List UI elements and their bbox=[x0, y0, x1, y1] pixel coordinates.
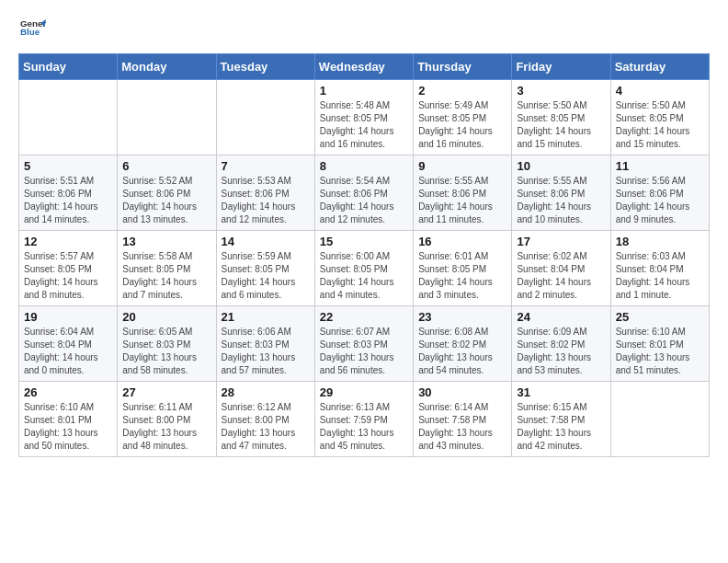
weekday-header-row: SundayMondayTuesdayWednesdayThursdayFrid… bbox=[19, 54, 710, 80]
calendar-cell bbox=[19, 80, 118, 155]
calendar-cell bbox=[216, 80, 314, 155]
calendar-cell: 17Sunrise: 6:02 AMSunset: 8:04 PMDayligh… bbox=[512, 231, 610, 306]
calendar-cell: 16Sunrise: 6:01 AMSunset: 8:05 PMDayligh… bbox=[414, 231, 512, 306]
day-number: 20 bbox=[122, 310, 210, 324]
calendar-cell: 31Sunrise: 6:15 AMSunset: 7:58 PMDayligh… bbox=[512, 382, 610, 457]
logo-icon: General Blue bbox=[20, 15, 46, 40]
day-number: 26 bbox=[24, 385, 112, 399]
weekday-header-thursday: Thursday bbox=[414, 54, 512, 80]
calendar-cell: 18Sunrise: 6:03 AMSunset: 8:04 PMDayligh… bbox=[610, 231, 709, 306]
day-number: 14 bbox=[222, 235, 310, 248]
calendar-cell bbox=[610, 382, 709, 457]
weekday-header-tuesday: Tuesday bbox=[216, 54, 314, 80]
day-number: 31 bbox=[517, 385, 605, 399]
day-number: 8 bbox=[320, 159, 408, 173]
calendar-cell: 29Sunrise: 6:13 AMSunset: 7:59 PMDayligh… bbox=[314, 382, 413, 457]
calendar-cell: 6Sunrise: 5:52 AMSunset: 8:06 PMDaylight… bbox=[118, 155, 216, 231]
calendar-cell: 12Sunrise: 5:57 AMSunset: 8:05 PMDayligh… bbox=[19, 231, 118, 306]
day-number: 3 bbox=[517, 84, 605, 98]
calendar-cell: 24Sunrise: 6:09 AMSunset: 8:02 PMDayligh… bbox=[512, 306, 610, 382]
day-number: 28 bbox=[222, 385, 310, 399]
calendar-cell: 2Sunrise: 5:49 AMSunset: 8:05 PMDaylight… bbox=[414, 80, 512, 155]
day-number: 9 bbox=[418, 159, 506, 173]
day-info: Sunrise: 5:57 AMSunset: 8:05 PMDaylight:… bbox=[24, 250, 112, 302]
day-number: 6 bbox=[122, 159, 210, 173]
calendar-cell: 9Sunrise: 5:55 AMSunset: 8:06 PMDaylight… bbox=[414, 155, 512, 231]
calendar-table: SundayMondayTuesdayWednesdayThursdayFrid… bbox=[18, 53, 710, 457]
day-number: 12 bbox=[24, 235, 112, 248]
calendar-cell: 13Sunrise: 5:58 AMSunset: 8:05 PMDayligh… bbox=[118, 231, 216, 306]
calendar-cell: 15Sunrise: 6:00 AMSunset: 8:05 PMDayligh… bbox=[314, 231, 413, 306]
calendar-body: 1Sunrise: 5:48 AMSunset: 8:05 PMDaylight… bbox=[19, 80, 710, 457]
day-info: Sunrise: 5:52 AMSunset: 8:06 PMDaylight:… bbox=[122, 175, 210, 226]
day-info: Sunrise: 6:09 AMSunset: 8:02 PMDaylight:… bbox=[517, 326, 605, 377]
day-number: 17 bbox=[517, 235, 605, 248]
day-number: 21 bbox=[222, 310, 310, 324]
calendar-cell: 11Sunrise: 5:56 AMSunset: 8:06 PMDayligh… bbox=[610, 155, 709, 231]
calendar-cell: 26Sunrise: 6:10 AMSunset: 8:01 PMDayligh… bbox=[19, 382, 118, 457]
day-number: 23 bbox=[418, 310, 506, 324]
day-info: Sunrise: 6:15 AMSunset: 7:58 PMDaylight:… bbox=[517, 401, 605, 453]
calendar-cell: 14Sunrise: 5:59 AMSunset: 8:05 PMDayligh… bbox=[216, 231, 314, 306]
day-number: 2 bbox=[418, 84, 506, 98]
day-info: Sunrise: 6:08 AMSunset: 8:02 PMDaylight:… bbox=[418, 326, 506, 377]
day-info: Sunrise: 5:51 AMSunset: 8:06 PMDaylight:… bbox=[24, 175, 112, 226]
day-info: Sunrise: 6:06 AMSunset: 8:03 PMDaylight:… bbox=[222, 326, 310, 377]
day-info: Sunrise: 6:10 AMSunset: 8:01 PMDaylight:… bbox=[616, 326, 704, 377]
day-info: Sunrise: 5:54 AMSunset: 8:06 PMDaylight:… bbox=[320, 175, 408, 226]
calendar-page: General Blue SundayMondayTuesdayWednesda… bbox=[0, 0, 728, 472]
calendar-cell: 20Sunrise: 6:05 AMSunset: 8:03 PMDayligh… bbox=[118, 306, 216, 382]
calendar-cell: 28Sunrise: 6:12 AMSunset: 8:00 PMDayligh… bbox=[216, 382, 314, 457]
day-info: Sunrise: 5:50 AMSunset: 8:05 PMDaylight:… bbox=[616, 99, 704, 151]
day-info: Sunrise: 5:55 AMSunset: 8:06 PMDaylight:… bbox=[418, 175, 506, 226]
day-number: 13 bbox=[122, 235, 210, 248]
calendar-week-2: 5Sunrise: 5:51 AMSunset: 8:06 PMDaylight… bbox=[19, 155, 710, 231]
calendar-cell: 21Sunrise: 6:06 AMSunset: 8:03 PMDayligh… bbox=[216, 306, 314, 382]
calendar-cell: 25Sunrise: 6:10 AMSunset: 8:01 PMDayligh… bbox=[610, 306, 709, 382]
weekday-header-sunday: Sunday bbox=[19, 54, 118, 80]
calendar-week-4: 19Sunrise: 6:04 AMSunset: 8:04 PMDayligh… bbox=[19, 306, 710, 382]
calendar-cell: 3Sunrise: 5:50 AMSunset: 8:05 PMDaylight… bbox=[512, 80, 610, 155]
calendar-cell: 8Sunrise: 5:54 AMSunset: 8:06 PMDaylight… bbox=[314, 155, 413, 231]
day-number: 4 bbox=[616, 84, 704, 98]
day-number: 29 bbox=[320, 385, 408, 399]
weekday-header-saturday: Saturday bbox=[610, 54, 709, 80]
day-number: 27 bbox=[122, 385, 210, 399]
day-info: Sunrise: 6:07 AMSunset: 8:03 PMDaylight:… bbox=[320, 326, 408, 377]
day-number: 5 bbox=[24, 159, 112, 173]
calendar-cell: 27Sunrise: 6:11 AMSunset: 8:00 PMDayligh… bbox=[118, 382, 216, 457]
weekday-header-wednesday: Wednesday bbox=[314, 54, 413, 80]
day-number: 19 bbox=[24, 310, 112, 324]
day-info: Sunrise: 6:00 AMSunset: 8:05 PMDaylight:… bbox=[320, 250, 408, 302]
logo: General Blue bbox=[18, 15, 46, 44]
day-number: 24 bbox=[517, 310, 605, 324]
day-info: Sunrise: 6:13 AMSunset: 7:59 PMDaylight:… bbox=[320, 401, 408, 453]
day-info: Sunrise: 6:12 AMSunset: 8:00 PMDaylight:… bbox=[222, 401, 310, 453]
day-info: Sunrise: 6:11 AMSunset: 8:00 PMDaylight:… bbox=[122, 401, 210, 453]
calendar-cell: 22Sunrise: 6:07 AMSunset: 8:03 PMDayligh… bbox=[314, 306, 413, 382]
day-number: 22 bbox=[320, 310, 408, 324]
day-info: Sunrise: 6:03 AMSunset: 8:04 PMDaylight:… bbox=[616, 250, 704, 302]
weekday-header-monday: Monday bbox=[118, 54, 216, 80]
calendar-week-5: 26Sunrise: 6:10 AMSunset: 8:01 PMDayligh… bbox=[19, 382, 710, 457]
svg-text:Blue: Blue bbox=[20, 27, 40, 37]
calendar-cell: 4Sunrise: 5:50 AMSunset: 8:05 PMDaylight… bbox=[610, 80, 709, 155]
day-number: 11 bbox=[616, 159, 704, 173]
day-number: 18 bbox=[616, 235, 704, 248]
day-info: Sunrise: 6:05 AMSunset: 8:03 PMDaylight:… bbox=[122, 326, 210, 377]
day-number: 16 bbox=[418, 235, 506, 248]
calendar-cell: 5Sunrise: 5:51 AMSunset: 8:06 PMDaylight… bbox=[19, 155, 118, 231]
header: General Blue bbox=[18, 15, 710, 44]
day-number: 7 bbox=[222, 159, 310, 173]
day-info: Sunrise: 5:48 AMSunset: 8:05 PMDaylight:… bbox=[320, 99, 408, 151]
weekday-header-friday: Friday bbox=[512, 54, 610, 80]
day-info: Sunrise: 5:56 AMSunset: 8:06 PMDaylight:… bbox=[616, 175, 704, 226]
day-info: Sunrise: 6:14 AMSunset: 7:58 PMDaylight:… bbox=[418, 401, 506, 453]
calendar-cell: 1Sunrise: 5:48 AMSunset: 8:05 PMDaylight… bbox=[314, 80, 413, 155]
day-number: 1 bbox=[320, 84, 408, 98]
calendar-week-1: 1Sunrise: 5:48 AMSunset: 8:05 PMDaylight… bbox=[19, 80, 710, 155]
day-info: Sunrise: 5:49 AMSunset: 8:05 PMDaylight:… bbox=[418, 99, 506, 151]
calendar-cell: 30Sunrise: 6:14 AMSunset: 7:58 PMDayligh… bbox=[414, 382, 512, 457]
day-info: Sunrise: 5:53 AMSunset: 8:06 PMDaylight:… bbox=[222, 175, 310, 226]
day-info: Sunrise: 5:59 AMSunset: 8:05 PMDaylight:… bbox=[222, 250, 310, 302]
